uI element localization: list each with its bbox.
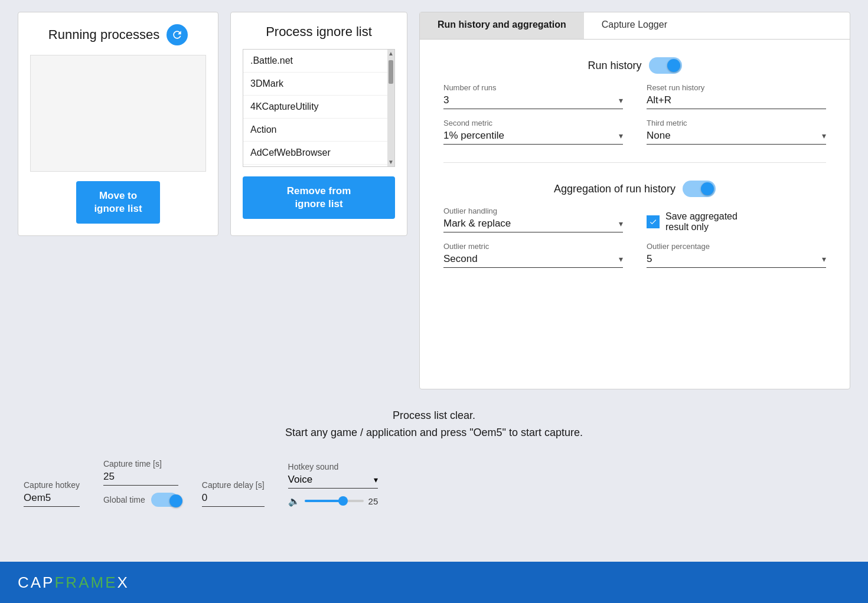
checkmark-icon [649, 218, 657, 226]
scroll-down-arrow[interactable]: ▼ [388, 159, 394, 165]
second-metric-label: Second metric [443, 119, 623, 127]
aggregation-section: Aggregation of run history Outlier handl… [443, 181, 826, 268]
run-history-slider [649, 57, 682, 74]
move-to-ignore-button[interactable]: Move to ignore list [76, 181, 159, 224]
aggregation-toggle[interactable] [683, 181, 716, 197]
volume-slider-thumb[interactable] [338, 496, 348, 506]
reset-run-history-group: Reset run history Alt+R [647, 83, 826, 109]
global-time-row: Global time [103, 493, 178, 507]
running-processes-panel: Running processes Move to ignore list [18, 12, 218, 236]
bottom-message-line1: Process list clear. [18, 407, 850, 424]
number-of-runs-value: 3 [443, 94, 619, 106]
ignore-list-panel: Process ignore list .Battle.net 3DMark 4… [230, 12, 407, 236]
save-aggregated-group: Save aggregated result only [647, 211, 826, 232]
run-history-fields: Number of runs 3 ▾ Reset run history Alt… [443, 83, 826, 109]
scroll-up-arrow[interactable]: ▲ [388, 51, 394, 57]
second-metric-dropdown-arrow[interactable]: ▾ [619, 131, 623, 140]
aggregation-label: Aggregation of run history [554, 183, 676, 195]
number-of-runs-group: Number of runs 3 ▾ [443, 83, 623, 109]
logo-text: CAPFRAMEX [18, 573, 129, 592]
tab-capture-logger[interactable]: Capture Logger [584, 12, 685, 39]
outlier-metric-label: Outlier metric [443, 242, 623, 251]
capture-delay-value: 0 [202, 492, 265, 507]
hotkey-sound-value: Voice [288, 474, 374, 486]
logo-cap: CAP [18, 573, 54, 591]
third-metric-value-row: None ▾ [647, 130, 826, 145]
hotkey-sound-group: Hotkey sound Voice ▾ 🔈 25 [288, 462, 378, 507]
metric-fields: Second metric 1% percentile ▾ Third metr… [443, 119, 826, 145]
outlier-handling-dropdown-arrow[interactable]: ▾ [619, 219, 623, 228]
capture-time-value: 25 [103, 471, 178, 486]
ignore-list-container: .Battle.net 3DMark 4KCaptureUtility Acti… [243, 49, 395, 167]
outlier-percentage-label: Outlier percentage [647, 242, 826, 251]
footer-logo: CAPFRAMEX [18, 573, 129, 592]
second-metric-value: 1% percentile [443, 130, 619, 142]
refresh-icon [171, 29, 183, 41]
run-history-toggle-row: Run history [443, 57, 826, 74]
outlier-handling-value-row: Mark & replace ▾ [443, 218, 623, 232]
footer: CAPFRAMEX [0, 562, 868, 603]
bottom-info: Process list clear. Start any game / app… [18, 401, 850, 447]
capture-hotkey-group: Capture hotkey Oem5 [24, 480, 80, 507]
run-history-label: Run history [588, 60, 641, 72]
ignore-list-scrollbar[interactable]: ▲ ▼ [387, 50, 394, 166]
logo-frame: FRAME [54, 573, 117, 591]
save-aggregated-label: Save aggregated result only [665, 211, 738, 232]
hotkey-sound-arrow[interactable]: ▾ [374, 475, 378, 484]
global-time-label: Global time [103, 495, 145, 504]
reset-run-history-label: Reset run history [647, 83, 826, 92]
tab-run-history[interactable]: Run history and aggregation [420, 12, 584, 39]
capture-hotkey-value: Oem5 [24, 492, 80, 507]
section-divider [443, 162, 826, 163]
save-aggregated-checkbox[interactable] [647, 215, 660, 228]
remove-from-ignore-button[interactable]: Remove from ignore list [243, 176, 395, 219]
third-metric-dropdown-arrow[interactable]: ▾ [822, 131, 826, 140]
number-of-runs-dropdown-arrow[interactable]: ▾ [619, 96, 623, 105]
right-panel: Run history and aggregation Capture Logg… [419, 12, 850, 389]
tab-content: Run history Number of runs 3 ▾ [420, 40, 850, 286]
refresh-button[interactable] [167, 24, 188, 45]
third-metric-label: Third metric [647, 119, 826, 127]
second-metric-group: Second metric 1% percentile ▾ [443, 119, 623, 145]
outlier-metric-value-row: Second ▾ [443, 253, 623, 268]
list-item[interactable]: .Battle.net [243, 50, 387, 73]
capture-time-label: Capture time [s] [103, 459, 178, 468]
list-item[interactable]: AdCefWebBrowser [243, 142, 387, 165]
outlier-percentage-dropdown-arrow[interactable]: ▾ [822, 254, 826, 264]
outlier-percentage-value: 5 [647, 253, 822, 265]
hotkey-sound-label: Hotkey sound [288, 462, 378, 471]
run-history-section: Run history Number of runs 3 ▾ [443, 57, 826, 145]
global-time-slider [151, 493, 178, 507]
save-aggregated-row: Save aggregated result only [647, 211, 826, 232]
running-processes-title: Running processes [48, 27, 159, 42]
tab-bar: Run history and aggregation Capture Logg… [420, 12, 850, 40]
volume-slider[interactable] [305, 500, 364, 502]
outlier-metric-dropdown-arrow[interactable]: ▾ [619, 254, 623, 264]
logo-ex: X [117, 573, 129, 591]
hotkey-sound-select[interactable]: Voice ▾ [288, 474, 378, 489]
aggregation-toggle-row: Aggregation of run history [443, 181, 826, 197]
settings-row: Capture hotkey Oem5 Capture time [s] 25 … [18, 459, 850, 507]
number-of-runs-value-row: 3 ▾ [443, 94, 623, 109]
outlier-handling-group: Outlier handling Mark & replace ▾ [443, 207, 623, 232]
second-metric-value-row: 1% percentile ▾ [443, 130, 623, 145]
third-metric-group: Third metric None ▾ [647, 119, 826, 145]
outlier-metric-group: Outlier metric Second ▾ [443, 242, 623, 268]
outlier-handling-label: Outlier handling [443, 207, 623, 215]
ignore-list-title-row: Process ignore list [266, 24, 372, 40]
scroll-thumb [389, 60, 393, 84]
bottom-message-line2: Start any game / application and press "… [18, 424, 850, 441]
volume-value: 25 [368, 496, 378, 506]
run-history-toggle[interactable] [649, 57, 682, 74]
list-item[interactable]: 3DMark [243, 73, 387, 96]
capture-delay-label: Capture delay [s] [202, 480, 265, 490]
ignore-list-title: Process ignore list [266, 24, 372, 40]
list-item[interactable]: Action [243, 119, 387, 142]
global-time-toggle[interactable] [151, 493, 178, 507]
capture-time-group: Capture time [s] 25 Global time [103, 459, 178, 507]
list-item[interactable]: 4KCaptureUtility [243, 96, 387, 119]
third-metric-value: None [647, 130, 822, 142]
reset-run-history-value: Alt+R [647, 94, 826, 109]
aggregation-fields-row2: Outlier metric Second ▾ Outlier percenta… [443, 242, 826, 268]
aggregation-fields-row1: Outlier handling Mark & replace ▾ [443, 207, 826, 232]
